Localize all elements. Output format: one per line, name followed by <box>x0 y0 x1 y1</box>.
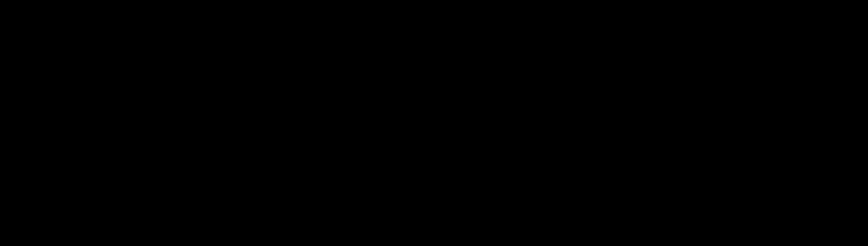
ceilometer-quicklook <box>0 0 868 246</box>
heatmap-canvas <box>0 0 868 246</box>
colorbar <box>845 14 851 237</box>
